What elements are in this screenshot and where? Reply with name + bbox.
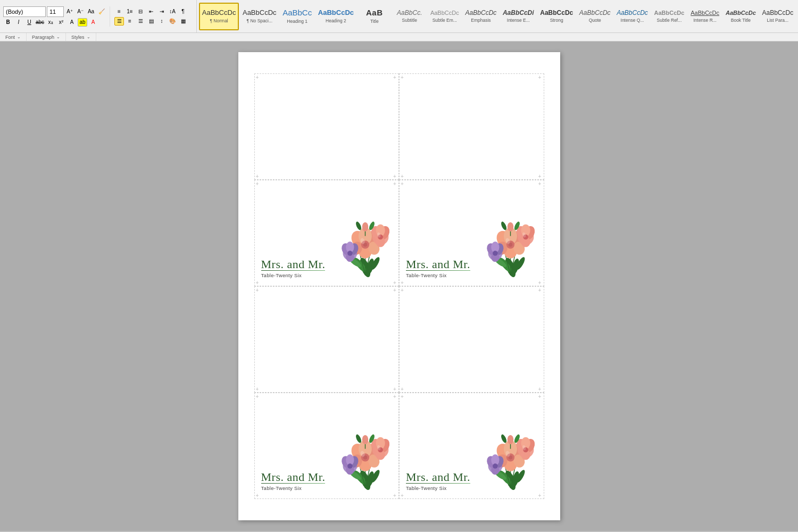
card-table-7: Table-Twenty Six	[406, 485, 447, 491]
numbering-btn[interactable]: 1≡	[125, 7, 135, 16]
font-name-input[interactable]	[3, 6, 46, 17]
style-tile-emphasis[interactable]: AaBbCcDcEmphasis	[463, 3, 499, 30]
corner-mark-bl-5: +	[401, 387, 405, 391]
clear-format-btn[interactable]: 🧹	[97, 7, 106, 16]
corner-mark-tr-3: +	[538, 181, 543, 186]
italic-btn[interactable]: I	[14, 18, 23, 27]
bullets-btn[interactable]: ≡	[114, 7, 124, 16]
sort-btn[interactable]: ↕A	[168, 7, 177, 16]
corner-mark-tr-6: +	[393, 394, 397, 398]
font-row-2: B I U abc x₂ x² A ab A	[3, 18, 98, 27]
align-right-btn[interactable]: ☰	[136, 17, 145, 26]
card-text-6: Mrs. and Mr.Table-Twenty Six	[261, 471, 326, 493]
card-table-3: Table-Twenty Six	[406, 272, 447, 278]
shrink-font-btn[interactable]: A⁻	[76, 7, 85, 16]
corner-mark-br-5: +	[538, 387, 543, 391]
show-marks-btn[interactable]: ¶	[178, 7, 188, 16]
svg-point-127	[493, 463, 498, 469]
card-cell-7: ++++Mrs. and Mr.Table-Twenty Six	[399, 393, 544, 499]
corner-mark-br-1: +	[538, 174, 543, 178]
corner-mark-br-0: +	[393, 174, 397, 178]
corner-mark-bl-6: +	[256, 493, 260, 497]
style-tile-list-para[interactable]: AaBbCcDcList Para...	[760, 3, 796, 30]
strikethrough-btn[interactable]: abc	[35, 18, 45, 27]
line-spacing-btn[interactable]: ↕	[157, 17, 167, 26]
document-page: ++++++++++++Mrs. and Mr.Table-Twenty Six	[238, 52, 560, 520]
corner-mark-tl-2: +	[256, 181, 260, 186]
card-name-underline-3	[406, 270, 470, 271]
shading-btn[interactable]: 🎨	[168, 17, 177, 26]
justify-btn[interactable]: ▤	[146, 17, 156, 26]
card-table-2: Table-Twenty Six	[261, 272, 302, 278]
card-text-7: Mrs. and Mr.Table-Twenty Six	[406, 471, 470, 493]
corner-mark-tr-0: +	[393, 75, 397, 79]
bold-btn[interactable]: B	[3, 18, 13, 27]
corner-mark-tl-0: +	[256, 75, 260, 79]
align-center-btn[interactable]: ≡	[125, 17, 135, 26]
corner-mark-tl-7: +	[401, 394, 405, 398]
left-groups: A⁺ A⁻ Aa 🧹 B I U abc x₂ x² A ab A	[0, 0, 197, 32]
para-row-2: ☰ ≡ ☰ ▤ ↕ 🎨 ▦	[114, 17, 188, 26]
corner-mark-br-7: +	[538, 493, 543, 497]
grow-font-btn[interactable]: A⁺	[65, 7, 74, 16]
font-footer-label[interactable]: Font ⌄	[0, 33, 27, 41]
corner-mark-br-3: +	[538, 280, 543, 285]
highlight-btn[interactable]: ab	[78, 18, 87, 27]
font-group: A⁺ A⁻ Aa 🧹 B I U abc x₂ x² A ab A	[3, 6, 110, 27]
style-tile-heading2[interactable]: AaBbCcDcHeading 2	[315, 3, 356, 30]
place-card-2: Mrs. and Mr.Table-Twenty Six	[261, 217, 394, 280]
card-cell-6: ++++Mrs. and Mr.Table-Twenty Six	[254, 393, 400, 499]
style-tile-no-spacing[interactable]: AaBbCcDc¶ No Spaci...	[240, 3, 279, 30]
style-tile-subtle-em[interactable]: AaBbCcDcSubtle Em...	[428, 3, 462, 30]
style-tile-intense-q[interactable]: AaBbCcDcIntense Q...	[614, 3, 650, 30]
font-expand-icon: ⌄	[17, 35, 21, 39]
style-tile-heading1[interactable]: AaBbCcHeading 1	[280, 3, 314, 30]
style-tile-intense-r[interactable]: AaBbCcDcIntense R...	[688, 3, 722, 30]
corner-mark-tl-1: +	[401, 75, 405, 79]
decrease-indent-btn[interactable]: ⇤	[146, 7, 156, 16]
corner-mark-br-2: +	[393, 280, 397, 285]
corner-mark-bl-0: +	[256, 174, 260, 178]
card-text-3: Mrs. and Mr.Table-Twenty Six	[406, 258, 470, 280]
style-tile-subtle-ref[interactable]: AaBbCcDcSubtle Ref...	[652, 3, 687, 30]
corner-mark-tl-6: +	[256, 394, 260, 398]
styles-footer-label[interactable]: Styles ⌄	[66, 33, 96, 41]
svg-point-29	[362, 222, 368, 231]
paragraph-footer-label[interactable]: Paragraph ⌄	[27, 33, 66, 41]
corner-mark-tr-1: +	[538, 75, 543, 79]
corner-mark-tl-5: +	[401, 288, 405, 292]
style-tile-subtitle[interactable]: AaBbCc.Subtitle	[393, 3, 427, 30]
style-tile-strong[interactable]: AaBbCcDcStrong	[537, 3, 576, 30]
align-left-btn[interactable]: ☰	[114, 17, 124, 26]
corner-mark-tr-5: +	[538, 288, 543, 292]
style-tile-book-title[interactable]: AaBbCcDcBook Title	[723, 3, 759, 30]
corner-mark-bl-3: +	[401, 280, 405, 285]
font-row-1: A⁺ A⁻ Aa 🧹	[3, 6, 106, 17]
ribbon-main-row: A⁺ A⁻ Aa 🧹 B I U abc x₂ x² A ab A	[0, 0, 798, 33]
borders-btn[interactable]: ▦	[178, 17, 188, 26]
underline-btn[interactable]: U	[24, 18, 34, 27]
card-cell-3: ++++Mrs. and Mr.Table-Twenty Six	[399, 180, 544, 286]
corner-mark-tl-3: +	[401, 181, 405, 186]
card-floral-2	[337, 217, 393, 280]
card-name-2: Mrs. and Mr.	[261, 258, 326, 271]
card-name-underline-2	[261, 270, 326, 271]
subscript-btn[interactable]: x₂	[46, 18, 55, 27]
superscript-btn[interactable]: x²	[56, 18, 66, 27]
corner-mark-tr-7: +	[538, 394, 543, 398]
card-cell-5: ++++	[399, 286, 544, 393]
increase-indent-btn[interactable]: ⇥	[157, 7, 167, 16]
ribbon-footer-row: Font ⌄ Paragraph ⌄ Styles ⌄	[0, 33, 798, 41]
style-tile-quote[interactable]: AaBbCcDcQuote	[577, 3, 613, 30]
style-tile-title[interactable]: AaBTitle	[358, 3, 392, 30]
corner-mark-br-6: +	[393, 493, 397, 497]
font-size-input[interactable]	[47, 6, 64, 17]
text-effects-btn[interactable]: A	[67, 18, 77, 27]
style-tile-normal[interactable]: AaBbCcDc¶ Normal	[199, 3, 239, 30]
style-tile-intense-e[interactable]: AaBbCcDiIntense E...	[500, 3, 536, 30]
card-table-6: Table-Twenty Six	[261, 485, 302, 491]
font-color-btn[interactable]: A	[88, 18, 98, 27]
multilevel-btn[interactable]: ⊟	[136, 7, 145, 16]
case-btn[interactable]: Aa	[86, 7, 96, 16]
card-name-6: Mrs. and Mr.	[261, 471, 326, 484]
